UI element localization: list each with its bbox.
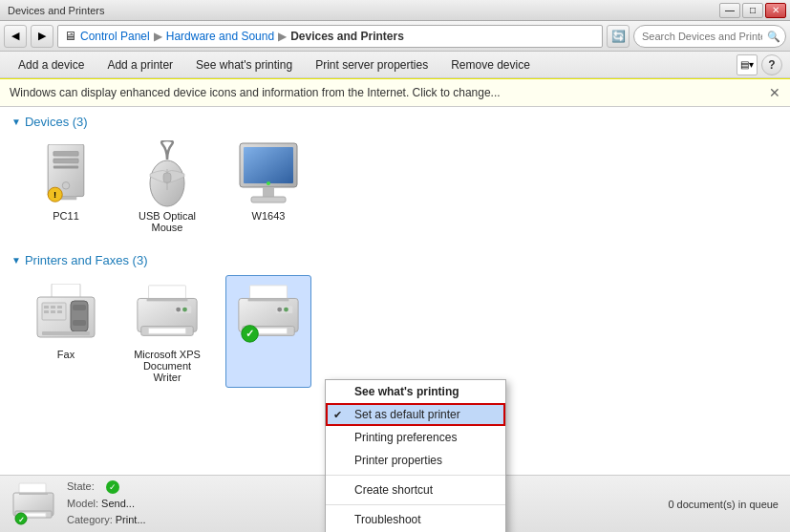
pc-svg: ! [41,144,91,205]
printers-arrow: ▼ [11,255,21,266]
ctx-see-whats-printing[interactable]: See what's printing [326,380,505,403]
devices-section-header[interactable]: ▼ Devices (3) [11,115,779,129]
printers-section-header[interactable]: ▼ Printers and Faxes (3) [11,253,779,267]
device-item-xps[interactable]: Microsoft XPSDocument Writer [124,275,210,388]
ctx-printer-props-label: Printer properties [354,454,442,467]
search-input[interactable] [633,25,786,48]
refresh-button[interactable]: 🔄 [607,25,630,48]
category-value: Print... [116,514,146,525]
fax-icon-wrap [32,280,99,347]
svg-rect-36 [149,329,186,334]
minimize-button[interactable]: — [719,3,740,18]
back-button[interactable]: ◀ [4,25,27,48]
ctx-sep-1 [326,475,505,476]
svg-rect-14 [251,197,286,202]
window-controls: — □ ✕ [719,3,786,18]
svg-rect-39 [248,298,289,301]
see-whats-printing-button[interactable]: See what's printing [185,54,303,75]
svg-rect-26 [73,305,86,310]
svg-rect-49 [19,493,48,495]
ctx-check-icon: ✔ [333,409,342,421]
svg-point-41 [277,308,282,312]
svg-rect-27 [73,320,86,326]
pc11-label: PC11 [53,210,79,222]
status-state-row: State: ✓ [67,479,146,496]
svg-rect-20 [51,306,55,309]
info-bar-message[interactable]: Windows can display enhanced device icon… [10,86,501,99]
titlebar: Devices and Printers — □ ✕ [0,0,790,21]
state-label: State: [67,479,95,496]
ctx-create-shortcut[interactable]: Create shortcut [326,479,505,501]
mouse-svg [139,140,196,209]
svg-rect-1 [53,152,78,157]
status-printer-icon: ✓ [11,482,55,526]
breadcrumb-hardware-sound[interactable]: Hardware and Sound [166,30,274,43]
search-wrapper: 🔍 [633,25,786,48]
search-icon: 🔍 [767,30,780,42]
svg-rect-22 [44,310,49,313]
svg-rect-28 [42,331,90,335]
forward-button[interactable]: ▶ [31,25,53,48]
add-device-button[interactable]: Add a device [8,54,95,75]
status-queue: 0 document(s) in queue [668,499,779,510]
svg-text:✓: ✓ [246,328,254,339]
device-item-w1643[interactable]: W1643 [225,137,311,238]
svg-rect-10 [163,173,171,182]
svg-point-42 [284,308,288,312]
breadcrumb-sep-2: ▶ [278,30,287,43]
help-button[interactable]: ? [761,54,782,75]
remove-device-button[interactable]: Remove device [440,54,541,75]
devices-title: Devices (3) [25,115,88,129]
ctx-printing-pref-label: Printing preferences [354,431,457,444]
usb-mouse-label: USB OpticalMouse [139,210,196,233]
ctx-printer-properties[interactable]: Printer properties [326,449,505,472]
onenote-printer-svg: ✓ [235,283,302,344]
category-label: Category: [67,514,113,525]
add-printer-button[interactable]: Add a printer [96,54,183,75]
device-item-onenote[interactable]: ✓ [225,275,311,388]
monitor-icon-wrap [235,141,302,208]
svg-rect-19 [44,306,49,309]
ctx-see-label: See what's printing [354,385,459,398]
svg-point-4 [62,182,70,190]
ctx-troubleshoot-label: Troubleshoot [354,513,421,526]
breadcrumb-icon: 🖥 [64,29,76,43]
svg-rect-23 [51,310,55,313]
xps-label: Microsoft XPSDocument Writer [129,349,205,383]
svg-point-15 [267,181,270,185]
close-button[interactable]: ✕ [765,3,786,18]
svg-rect-13 [263,187,274,197]
print-server-properties-button[interactable]: Print server properties [305,54,438,75]
breadcrumb-control-panel[interactable]: Control Panel [80,30,150,43]
window-title: Devices and Printers [4,5,105,16]
info-bar: Windows can display enhanced device icon… [0,78,790,107]
device-item-usb-mouse[interactable]: USB OpticalMouse [124,137,210,238]
svg-rect-31 [147,298,188,301]
svg-rect-2 [53,159,78,163]
view-options-button[interactable]: ▤▾ [737,54,758,75]
info-bar-close[interactable]: ✕ [769,85,780,100]
breadcrumb-sep-1: ▶ [154,30,162,43]
toolbar: Add a device Add a printer See what's pr… [0,52,790,78]
ctx-sep-2 [326,504,505,505]
svg-text:!: ! [53,189,56,200]
status-icon-svg: ✓ [11,482,55,526]
svg-point-34 [182,308,187,312]
device-item-fax[interactable]: Fax [23,275,109,388]
breadcrumb-current: Devices and Printers [290,30,404,43]
model-value: Send... [101,498,135,509]
address-bar: ◀ ▶ 🖥 Control Panel ▶ Hardware and Sound… [0,21,790,52]
main-content: ▼ Devices (3) [0,107,790,532]
ctx-set-default[interactable]: ✔ Set as default printer [326,403,505,426]
ctx-troubleshoot[interactable]: Troubleshoot [326,508,505,531]
maximize-button[interactable]: □ [742,3,763,18]
printers-title: Printers and Faxes (3) [25,253,148,267]
ctx-printing-preferences[interactable]: Printing preferences [326,426,505,449]
device-item-pc11[interactable]: ! PC11 [23,137,109,238]
ctx-shortcut-label: Create shortcut [354,483,433,497]
xps-icon-wrap [134,280,201,347]
devices-arrow: ▼ [11,117,21,127]
devices-grid: ! PC11 [11,137,779,238]
status-green-dot: ✓ [106,480,119,494]
pc-icon: ! [41,144,91,205]
